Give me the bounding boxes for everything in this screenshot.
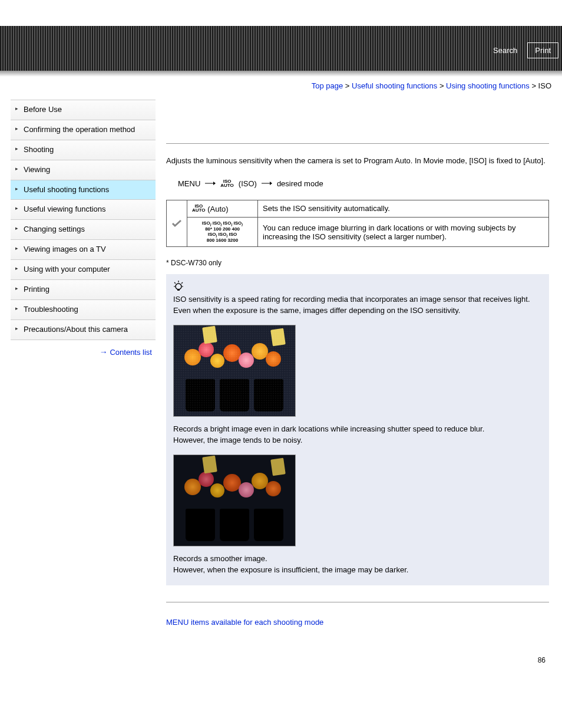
- iso-auto-icon: ISOAUTO: [192, 204, 206, 212]
- svg-point-4: [176, 284, 181, 289]
- sidebar: Before Use Confirming the operation meth…: [0, 90, 156, 664]
- iso-auto-icon: ISOAUTO: [220, 179, 234, 187]
- tip-intro: ISO sensitivity is a speed rating for re…: [173, 294, 542, 317]
- contents-list-link[interactable]: Contents list: [110, 348, 152, 357]
- iso-label: (ISO): [239, 179, 257, 188]
- breadcrumb-current: ISO: [538, 81, 551, 90]
- sidebar-item-useful-shooting[interactable]: Useful shooting functions: [11, 180, 156, 200]
- table-row: ISO/ ISO/ ISO/ ISO/80* 100 200 400ISO/ I…: [167, 218, 549, 247]
- breadcrumb-l3[interactable]: Using shooting functions: [446, 81, 530, 90]
- header-banner: Search Print: [0, 26, 562, 71]
- photo1-line1: Records a bright image even in dark loca…: [173, 424, 542, 435]
- table-row: ISOAUTO (Auto) Sets the ISO sensitivity …: [167, 200, 549, 217]
- main-content: Adjusts the luminous sensitivity when th…: [156, 90, 562, 664]
- search-button[interactable]: Search: [485, 42, 525, 58]
- arrow-icon: [262, 180, 272, 186]
- desired-mode-label: desired mode: [277, 179, 323, 188]
- arrow-icon: →: [100, 347, 108, 357]
- sidebar-item-changing-settings[interactable]: Changing settings: [11, 220, 156, 240]
- auto-desc: Sets the ISO sensitivity automatically.: [258, 200, 549, 217]
- photo2-line1: Records a smoother image.: [173, 554, 542, 565]
- sidebar-item-confirming[interactable]: Confirming the operation method: [11, 120, 156, 140]
- menu-label: MENU: [178, 179, 200, 188]
- sample-photo-low-iso: [173, 454, 296, 546]
- sample-photo-high-iso: [173, 325, 296, 417]
- divider: [166, 143, 549, 144]
- nav-list: Before Use Confirming the operation meth…: [11, 100, 156, 340]
- photo1-line2: However, the image tends to be noisy.: [173, 435, 542, 446]
- options-table: ISOAUTO (Auto) Sets the ISO sensitivity …: [166, 200, 549, 248]
- sidebar-item-viewing[interactable]: Viewing: [11, 160, 156, 180]
- iso-values-desc: You can reduce image blurring in dark lo…: [258, 218, 549, 247]
- auto-label: (Auto): [207, 205, 228, 213]
- sidebar-item-before-use[interactable]: Before Use: [11, 100, 156, 120]
- svg-rect-5: [177, 289, 180, 291]
- sidebar-item-useful-viewing[interactable]: Useful viewing functions: [11, 200, 156, 220]
- bulb-icon: [173, 280, 542, 292]
- arrow-icon: [205, 180, 216, 186]
- sidebar-item-troubleshooting[interactable]: Troubleshooting: [11, 300, 156, 320]
- sidebar-item-printing[interactable]: Printing: [11, 280, 156, 300]
- intro-paragraph: Adjusts the luminous sensitivity when th…: [166, 156, 549, 167]
- footnote: * DSC-W730 only: [166, 259, 549, 267]
- svg-line-8: [181, 282, 183, 284]
- breadcrumb-top[interactable]: Top page: [312, 81, 343, 90]
- sidebar-item-computer[interactable]: Using with your computer: [11, 260, 156, 280]
- page-number: 86: [166, 656, 549, 664]
- related-topic-link[interactable]: MENU items available for each shooting m…: [166, 618, 323, 627]
- svg-marker-1: [213, 182, 216, 185]
- sidebar-item-tv[interactable]: Viewing images on a TV: [11, 240, 156, 260]
- breadcrumb-l2[interactable]: Useful shooting functions: [352, 81, 437, 90]
- sidebar-item-shooting[interactable]: Shooting: [11, 140, 156, 160]
- print-button[interactable]: Print: [527, 42, 558, 58]
- menu-path: MENU ISOAUTO (ISO) desired mode: [166, 174, 549, 188]
- photo2-line2: However, when the exposure is insufficie…: [173, 565, 542, 576]
- svg-line-7: [174, 282, 176, 284]
- divider: [166, 602, 549, 602]
- check-icon: [171, 219, 182, 228]
- sidebar-item-precautions[interactable]: Precautions/About this camera: [11, 320, 156, 340]
- tip-box: ISO sensitivity is a speed rating for re…: [166, 274, 549, 585]
- iso-values-icon: ISO/ ISO/ ISO/ ISO/80* 100 200 400ISO/ I…: [192, 221, 253, 243]
- svg-marker-3: [270, 182, 272, 185]
